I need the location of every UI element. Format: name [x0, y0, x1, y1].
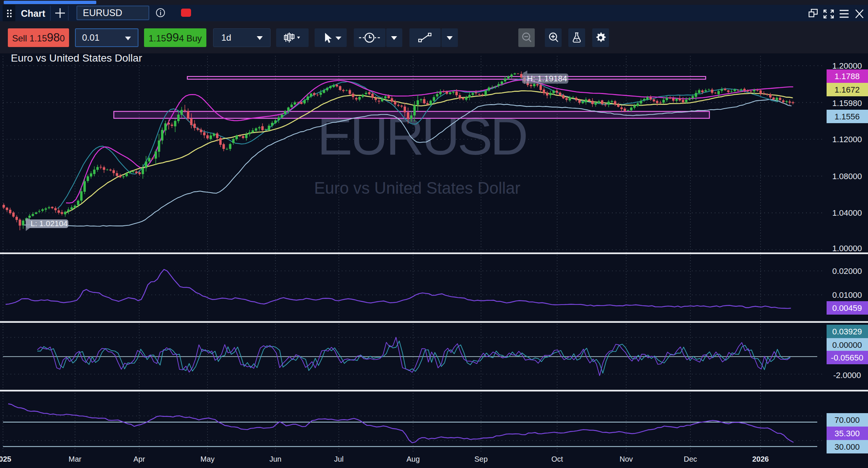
svg-text:35.300: 35.300 [834, 429, 859, 438]
svg-text:0.01000: 0.01000 [832, 290, 862, 300]
svg-text:Dec: Dec [684, 455, 697, 463]
svg-text:-2.0000: -2.0000 [833, 371, 861, 380]
svg-text:Sep: Sep [474, 455, 488, 463]
svg-text:Nov: Nov [619, 455, 633, 463]
svg-text:Aug: Aug [406, 455, 420, 463]
svg-text:L: 1.02104: L: 1.02104 [31, 219, 68, 228]
svg-text:Mar: Mar [69, 455, 82, 463]
svg-text:Oct: Oct [551, 455, 563, 463]
svg-text:1.1556: 1.1556 [834, 112, 859, 121]
svg-text:Euro vs United States Dollar: Euro vs United States Dollar [11, 52, 142, 64]
svg-text:Euro vs United States Dollar: Euro vs United States Dollar [314, 179, 521, 197]
svg-text:Apr: Apr [133, 455, 145, 463]
svg-text:0.00459: 0.00459 [832, 303, 862, 313]
svg-text:0.02000: 0.02000 [832, 266, 862, 276]
svg-text:1.1672: 1.1672 [834, 85, 859, 94]
svg-text:H: 1.19184: H: 1.19184 [527, 74, 567, 83]
svg-text:Jul: Jul [334, 455, 344, 463]
svg-text:0.03929: 0.03929 [832, 327, 862, 336]
svg-text:Jun: Jun [269, 455, 281, 463]
svg-text:1.12000: 1.12000 [832, 135, 862, 144]
svg-text:1.20000: 1.20000 [832, 61, 862, 71]
svg-text:1.00000: 1.00000 [832, 244, 862, 253]
svg-text:2026: 2026 [752, 455, 769, 463]
svg-text:30.000: 30.000 [834, 442, 859, 452]
svg-text:1.04000: 1.04000 [832, 208, 862, 218]
svg-text:70.000: 70.000 [834, 415, 859, 425]
svg-text:-0.05650: -0.05650 [831, 353, 864, 362]
svg-text:2025: 2025 [0, 455, 11, 463]
svg-text:1.15980: 1.15980 [832, 99, 862, 108]
svg-text:1.08000: 1.08000 [832, 172, 862, 181]
svg-text:May: May [200, 455, 215, 463]
svg-text:1.1788: 1.1788 [834, 72, 859, 81]
svg-text:0.00000: 0.00000 [832, 340, 862, 350]
